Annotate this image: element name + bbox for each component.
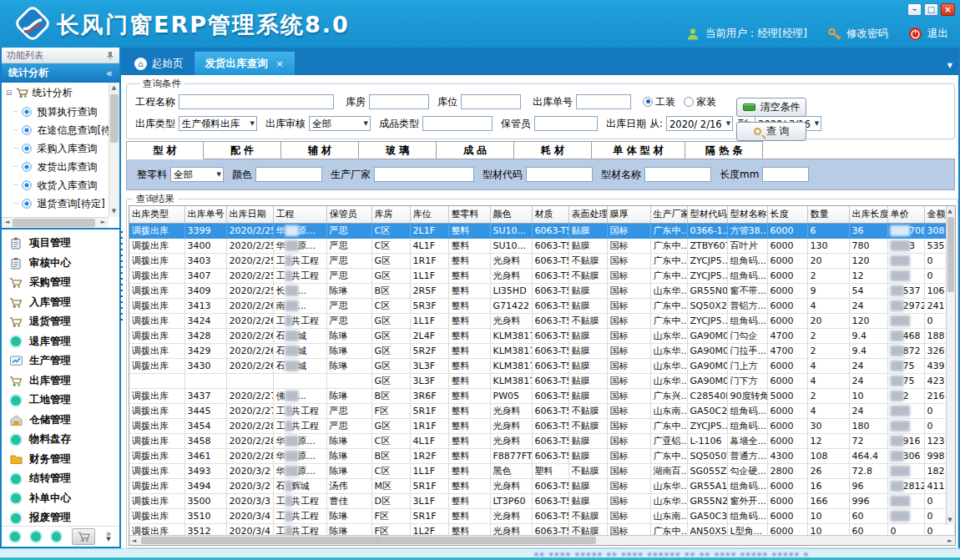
table-row[interactable]: 调拨出库34582020/2/28华██原...陈琳C区4L1F整料光身料606…: [129, 433, 954, 448]
clear-conditions-button[interactable]: 清空条件: [736, 98, 806, 117]
stats-section-header[interactable]: 统计分析 «: [2, 63, 119, 83]
sidebar-item-7[interactable]: 出库管理: [9, 371, 119, 391]
order-no-input[interactable]: [576, 94, 631, 109]
table-row[interactable]: G区3L3F整料KLM38176063-T5贴膜国标山东华...GA90M09.…: [129, 373, 954, 388]
table-row[interactable]: 调拨出库34032020/2/25工█共工程严思G区1R1F整料光身料6063-…: [129, 253, 954, 268]
outbound-type-select[interactable]: 生产领料出库: [179, 116, 257, 131]
table-row[interactable]: 调拨出库33992020/2/25华██原...严思C区2L1F整料SU10..…: [129, 223, 954, 238]
sidebar-item-10[interactable]: 物料盘存: [9, 430, 119, 450]
tree-root[interactable]: ⊟ 统计分析: [2, 83, 109, 103]
table-row[interactable]: 调拨出库34242020/2/26工█共工程严思G区1L1F整料光身料6063-…: [129, 313, 954, 328]
column-header-12[interactable]: 生产厂家: [650, 206, 687, 223]
tree-item-0[interactable]: ┄预算执行查询: [2, 103, 109, 121]
column-header-0[interactable]: 出库类型: [129, 206, 184, 223]
column-header-7[interactable]: 整零料: [448, 206, 490, 223]
material-tab-1[interactable]: 配 件: [204, 141, 281, 159]
profile-code-input[interactable]: [526, 167, 593, 182]
sidebar-item-0[interactable]: 项目管理: [9, 234, 119, 254]
table-row[interactable]: 调拨出库34612020/2/28华██原...陈琳B区1R2F整料F8877F…: [129, 448, 954, 463]
table-row[interactable]: 调拨出库34452020/2/27工█共工程严思F区5R1F整料光身料6063-…: [129, 403, 954, 418]
column-header-9[interactable]: 材质: [532, 206, 568, 223]
change-password-link[interactable]: 修改密码: [846, 27, 888, 41]
material-tab-2[interactable]: 辅 材: [281, 141, 359, 159]
overflow-chevron[interactable]: » ▼: [106, 531, 111, 542]
column-header-18[interactable]: 单价: [887, 206, 924, 223]
tree-item-4[interactable]: ┄收货入库查询: [2, 176, 109, 194]
sidebar-item-14[interactable]: 报废管理: [9, 508, 119, 526]
color-input[interactable]: [255, 167, 322, 182]
product-type-input[interactable]: [422, 116, 493, 131]
column-header-3[interactable]: 工程: [273, 206, 326, 223]
minimize-button[interactable]: –: [907, 3, 922, 16]
table-row[interactable]: 调拨出库34302020/2/26石██城陈琳G区3L3F整料KLM381760…: [129, 358, 954, 373]
sidebar-item-5[interactable]: 退库管理: [9, 332, 119, 352]
sidebar-item-1[interactable]: 审核中心: [9, 254, 119, 274]
table-row[interactable]: 调拨出库35122020/3/4工█共工程陈琳F区1L2F整料光身料6063-T…: [129, 523, 954, 535]
length-input[interactable]: [762, 167, 809, 182]
column-header-6[interactable]: 库位: [410, 206, 448, 223]
cart-quick-button[interactable]: [72, 528, 95, 545]
manufacturer-input[interactable]: [374, 167, 474, 182]
grid-horizontal-scrollbar[interactable]: ◄ ►: [129, 535, 955, 545]
table-row[interactable]: 调拨出库34092020/2/25长██...陈琳B区2R5F整料LI35HD6…: [129, 283, 954, 298]
profile-name-input[interactable]: [644, 167, 711, 182]
column-header-4[interactable]: 保管员: [326, 206, 371, 223]
audit-select[interactable]: 全部: [309, 116, 371, 131]
keeper-input[interactable]: [534, 116, 598, 131]
pin-icon[interactable]: [106, 51, 114, 60]
quick-dot-icon[interactable]: [31, 532, 41, 542]
logout-link[interactable]: 退出: [927, 27, 948, 41]
tree-item-2[interactable]: ┄采购入库查询: [2, 139, 109, 158]
material-tab-6[interactable]: 单 体 型 材: [592, 141, 685, 159]
table-row[interactable]: 调拨出库34932020/3/2华██原...陈琳C区1L1F整料黑色塑料不贴膜…: [129, 463, 954, 478]
material-tab-0[interactable]: 型 材: [126, 141, 204, 159]
material-tab-3[interactable]: 玻 璃: [359, 141, 437, 159]
sidebar-item-12[interactable]: 结转管理: [9, 469, 119, 489]
material-tab-5[interactable]: 耗 材: [514, 141, 592, 159]
quick-dot-icon[interactable]: [10, 532, 20, 542]
column-header-17[interactable]: 出库长度: [849, 206, 887, 223]
tree-horizontal-scrollbar[interactable]: ◄ ►: [2, 217, 109, 228]
tree-vertical-scrollbar[interactable]: ▲ ▼: [109, 83, 119, 217]
sidebar-item-11[interactable]: 财务管理: [9, 450, 119, 470]
column-header-8[interactable]: 颜色: [490, 206, 532, 223]
sidebar-item-9[interactable]: 仓储管理: [9, 411, 119, 431]
column-header-1[interactable]: 出库单号: [184, 206, 226, 223]
table-row[interactable]: 调拨出库34372020/2/27佛██...陈琳B区3R6F整料PW05606…: [129, 388, 954, 403]
sidebar-item-3[interactable]: 入库管理: [9, 293, 119, 313]
material-tab-4[interactable]: 成 品: [437, 141, 514, 159]
quick-dot-icon[interactable]: [52, 532, 62, 542]
column-header-16[interactable]: 数量: [807, 206, 849, 223]
tab-outbound-query[interactable]: 发货出库查询 ×: [195, 52, 295, 75]
column-header-13[interactable]: 型材代码: [687, 206, 727, 223]
column-header-5[interactable]: 库房: [371, 206, 410, 223]
maximize-button[interactable]: □: [924, 3, 938, 16]
tab-start-page[interactable]: 起始页: [124, 52, 195, 75]
column-header-10[interactable]: 表面处理: [568, 206, 607, 223]
warehouse-input[interactable]: [369, 94, 429, 109]
tab-close-icon[interactable]: ×: [276, 58, 284, 69]
grid-vertical-scrollbar[interactable]: ▲ ▼: [946, 206, 955, 525]
location-input[interactable]: [461, 94, 521, 109]
table-row[interactable]: 调拨出库34292020/2/26石██城陈琳G区5R2F整料KLM381760…: [129, 343, 954, 358]
sidebar-item-13[interactable]: 补单中心: [9, 489, 119, 509]
table-row[interactable]: 调拨出库34072020/2/25工█共工程严思G区1L1F整料光身料6063-…: [129, 268, 954, 283]
table-row[interactable]: 调拨出库35102020/3/4工█共工程陈琳F区5R1F整料光身料6063-T…: [129, 508, 954, 523]
sidebar-item-2[interactable]: 采购管理: [9, 273, 119, 293]
search-button[interactable]: 查 询: [736, 122, 806, 141]
tree-item-1[interactable]: ┄在途信息查询[待: [2, 121, 109, 139]
table-row[interactable]: 调拨出库34942020/3/2石█辉城汤伟M区5R1F整料光身料6063-T5…: [129, 478, 954, 493]
date-from-picker[interactable]: 2020/ 2/16: [666, 116, 733, 131]
tree-item-3[interactable]: ┄发货出库查询: [2, 158, 109, 176]
column-header-11[interactable]: 膜厚: [607, 206, 650, 223]
column-header-2[interactable]: 出库日期: [226, 206, 273, 223]
sidebar-item-4[interactable]: 退货管理: [9, 312, 119, 332]
splitter-handle[interactable]: [120, 231, 123, 323]
collapse-chevron-icon[interactable]: «: [106, 67, 113, 79]
column-header-14[interactable]: 型材名称: [727, 206, 767, 223]
project-name-input[interactable]: [179, 94, 334, 109]
sidebar-item-8[interactable]: 工地管理: [9, 391, 119, 411]
table-row[interactable]: 调拨出库34132020/2/26南██...严思C区5R3F整料G714226…: [129, 298, 954, 313]
column-header-15[interactable]: 长度: [767, 206, 807, 223]
material-tab-7[interactable]: 隔 热 条: [685, 141, 763, 159]
